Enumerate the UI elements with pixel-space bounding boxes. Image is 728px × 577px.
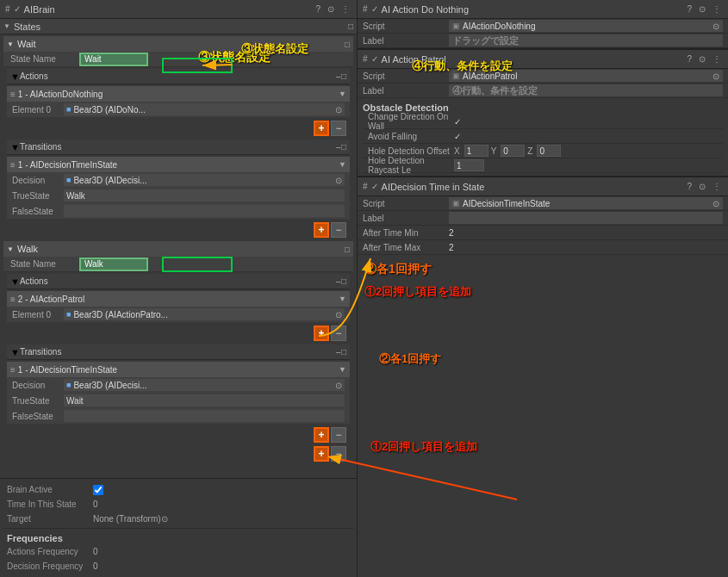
patrol-lock[interactable]: ⊙ bbox=[335, 310, 342, 320]
decision-label-field[interactable] bbox=[449, 212, 723, 224]
donothing-check[interactable]: ✓ bbox=[371, 4, 378, 14]
donothing-menu-btn[interactable]: ⋮ bbox=[711, 4, 723, 14]
donothing-label-field[interactable]: ドラッグで設定 bbox=[449, 34, 723, 47]
target-lock[interactable]: ⊙ bbox=[161, 514, 168, 524]
decision-script-value: AIDecisionTimeInState bbox=[463, 199, 550, 208]
wait-trans-triangle[interactable]: ▼ bbox=[10, 142, 20, 152]
walk-trans-false-row: FalseState bbox=[7, 408, 350, 424]
patrol-hash: # bbox=[363, 54, 368, 64]
walk-trans-plus-btn1[interactable]: + bbox=[314, 427, 329, 443]
wait-lock-btn[interactable]: □ bbox=[345, 40, 350, 49]
donothing-arrow-btn[interactable]: ▼ bbox=[339, 90, 346, 98]
obstacle-detection-section: Obstacle Detection Change Direction On W… bbox=[358, 98, 728, 176]
decision-check[interactable]: ✓ bbox=[371, 182, 378, 191]
actions-freq-value: 0 bbox=[93, 547, 98, 556]
states-label: States bbox=[14, 22, 345, 32]
walk-state-header: ▼ Walk □ bbox=[3, 241, 353, 257]
lock-btn[interactable]: ⊙ bbox=[326, 4, 336, 14]
donothing-script-label: Script bbox=[363, 22, 449, 31]
wait-trans-arrow[interactable]: ▼ bbox=[339, 160, 346, 169]
hole-x-input[interactable] bbox=[464, 145, 488, 157]
hole-raycast-input[interactable] bbox=[454, 159, 484, 171]
wait-trans-minus-btn[interactable]: − bbox=[331, 222, 346, 238]
wait-triangle[interactable]: ▼ bbox=[7, 40, 14, 48]
walk-triangle[interactable]: ▼ bbox=[7, 245, 14, 253]
walk-actions-lock[interactable]: □ bbox=[341, 276, 346, 286]
states-scroll-area: ▼ Wait □ State Name ▼ Actions − □ bbox=[0, 34, 357, 478]
walk-lock-btn[interactable]: □ bbox=[345, 245, 350, 254]
walk-trans-dec-lock[interactable]: ⊙ bbox=[335, 381, 342, 390]
decision-help[interactable]: ? bbox=[685, 182, 694, 191]
wait-trans-false-value[interactable] bbox=[64, 205, 345, 217]
change-dir-label: Change Direction On Wall bbox=[368, 112, 454, 131]
wait-trans-lock[interactable]: □ bbox=[341, 142, 346, 152]
walk-actions-minus-btn[interactable]: − bbox=[331, 326, 346, 341]
walk-state-name-row: State Name bbox=[3, 257, 353, 272]
change-dir-check[interactable]: ✓ bbox=[454, 117, 461, 127]
walk-trans-plus-btn2[interactable]: + bbox=[314, 446, 329, 462]
patrol-label-field[interactable]: ④行動、条件を設定 bbox=[449, 84, 723, 96]
walk-trans-minus-btn3[interactable]: − bbox=[331, 446, 346, 462]
wait-trans-label: Transitions bbox=[20, 142, 336, 152]
patrol-script-lock[interactable]: ⊙ bbox=[712, 71, 719, 81]
patrol-arrow[interactable]: ▼ bbox=[339, 295, 346, 303]
wait-trans-falsestate-row: FalseState bbox=[7, 203, 350, 219]
patrol-element-value[interactable]: ■ Bear3D (AIActionPatro... ⊙ bbox=[64, 308, 345, 320]
wait-actions-plus-row: + − bbox=[7, 119, 350, 138]
walk-trans-false-val[interactable] bbox=[64, 410, 345, 422]
decision-freq-label: Decision Frequency bbox=[7, 561, 93, 571]
walk-trans-triangle[interactable]: ▼ bbox=[10, 347, 20, 357]
decision-lock-btn[interactable]: ⊙ bbox=[697, 182, 707, 191]
min-time-label: After Time Min bbox=[363, 228, 449, 238]
patrol-help[interactable]: ? bbox=[685, 54, 694, 64]
hole-y-input[interactable] bbox=[501, 145, 525, 157]
donothing-help[interactable]: ? bbox=[685, 4, 694, 14]
time-label: Time In This State bbox=[7, 499, 93, 509]
walk-state-name-input[interactable] bbox=[79, 257, 148, 271]
patrol-check[interactable]: ✓ bbox=[371, 54, 378, 64]
walk-trans-arr[interactable]: ▼ bbox=[339, 365, 346, 374]
patrol-lock-btn[interactable]: ⊙ bbox=[697, 54, 707, 64]
wait-trans-decision-value[interactable]: ■ Bear3D (AIDecisi... ⊙ bbox=[64, 174, 345, 186]
walk-actions-triangle[interactable]: ▼ bbox=[10, 276, 20, 287]
decision-script-lock[interactable]: ⊙ bbox=[712, 199, 719, 208]
decision-menu-btn[interactable]: ⋮ bbox=[711, 182, 723, 191]
wait-actions-triangle[interactable]: ▼ bbox=[10, 71, 20, 82]
patrol-menu-btn[interactable]: ⋮ bbox=[711, 54, 723, 64]
donothing-lock-icon[interactable]: ⊙ bbox=[335, 105, 342, 115]
walk-trans-true-val[interactable]: Wait bbox=[64, 394, 345, 406]
walk-actions-plus-btn[interactable]: + bbox=[314, 326, 329, 341]
change-dir-row: Change Direction On Wall ✓ bbox=[363, 115, 723, 129]
donothing-lock-btn[interactable]: ⊙ bbox=[697, 4, 707, 14]
wait-trans-true-value[interactable]: Walk bbox=[64, 189, 345, 202]
annotation-1-container: ①2回押し項目を追加 bbox=[358, 281, 728, 303]
brain-active-checkbox[interactable] bbox=[93, 485, 103, 495]
donothing-script-field[interactable]: ▣ AIActionDoNothing ⊙ bbox=[449, 20, 723, 32]
walk-trans-dec-val[interactable]: ■ Bear3D (AIDecisi... ⊙ bbox=[64, 379, 345, 391]
hole-z-input[interactable] bbox=[537, 145, 561, 157]
help-btn[interactable]: ? bbox=[314, 4, 322, 14]
states-triangle[interactable]: ▼ bbox=[3, 22, 10, 30]
wait-trans-lock2[interactable]: ⊙ bbox=[335, 176, 342, 185]
donothing-element-row: Element 0 ■ Bear3D (AIDoNo... ⊙ bbox=[7, 102, 350, 117]
decision-script-field[interactable]: ▣ AIDecisionTimeInState ⊙ bbox=[449, 197, 723, 209]
wait-trans-plus-btn[interactable]: + bbox=[314, 222, 329, 238]
annotation-2-container: ②各1回押す bbox=[358, 255, 728, 281]
wait-actions-plus-btn[interactable]: + bbox=[314, 121, 329, 136]
wait-action-donothing: ≡ 1 - AIActionDoNothing ▼ Element 0 ■ Be… bbox=[7, 86, 350, 117]
actions-freq-row: Actions Frequency 0 bbox=[3, 544, 353, 559]
walk-trans-lock[interactable]: □ bbox=[341, 347, 346, 357]
hole-offset-inputs: X Y Z bbox=[454, 145, 561, 157]
donothing-element-value[interactable]: ■ Bear3D (AIDoNo... ⊙ bbox=[64, 103, 345, 115]
walk-trans-minus-btn2[interactable]: − bbox=[331, 427, 346, 443]
donothing-script-lock[interactable]: ⊙ bbox=[712, 22, 719, 31]
avoid-fall-check[interactable]: ✓ bbox=[454, 132, 461, 141]
wait-actions-lock[interactable]: □ bbox=[341, 71, 346, 81]
menu-btn[interactable]: ⋮ bbox=[339, 4, 352, 14]
states-lock-btn[interactable]: □ bbox=[348, 22, 353, 31]
max-time-label: After Time Max bbox=[363, 243, 449, 252]
wait-state-name-input[interactable] bbox=[79, 53, 148, 66]
checkbox-icon[interactable]: ✓ bbox=[14, 4, 21, 14]
decision-maxtime-row: After Time Max 2 bbox=[358, 240, 728, 255]
wait-actions-minus-btn[interactable]: − bbox=[331, 121, 346, 136]
